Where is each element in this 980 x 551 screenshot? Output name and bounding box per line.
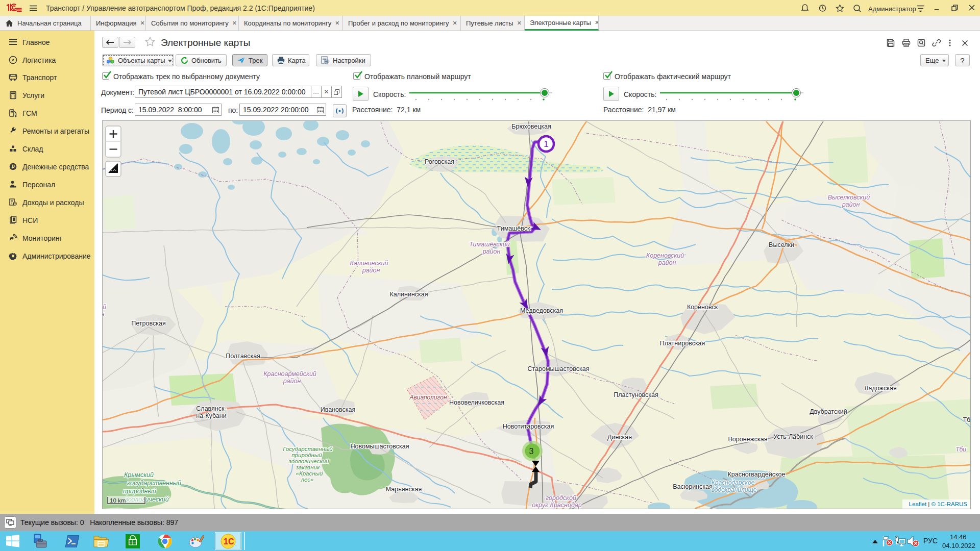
svg-text:Красноармейский: Красноармейский — [263, 370, 316, 378]
svg-text:Выселки: Выселки — [769, 241, 794, 248]
svg-text:Марьянская: Марьянская — [386, 486, 422, 493]
svg-text:Крымский: Крымский — [124, 471, 154, 479]
svg-text:Калининский: Калининский — [350, 260, 388, 267]
svg-text:район: район — [658, 259, 676, 266]
svg-text:Двубратский: Двубратский — [810, 408, 847, 415]
svg-text:Авиаполигон: Авиаполигон — [409, 394, 447, 401]
svg-text:зоологический: зоологический — [288, 458, 329, 464]
svg-text:3: 3 — [529, 447, 534, 456]
svg-text:Старомышастовская: Старомышастовская — [527, 365, 589, 372]
svg-text:ий: ий — [103, 304, 106, 311]
svg-text:10 km: 10 km — [110, 497, 126, 504]
svg-text:Славянск-: Славянск- — [196, 405, 226, 412]
svg-text:Выселковский: Выселковский — [828, 194, 870, 201]
svg-text:на-Кубани: на-Кубани — [196, 412, 226, 419]
svg-text:Нововеличковская: Нововеличковская — [449, 399, 504, 406]
svg-text:Платнировская: Платнировская — [660, 340, 705, 347]
svg-text:Государственный: Государственный — [283, 446, 333, 452]
svg-text:Воронежская: Воронежская — [728, 436, 768, 443]
svg-text:район: район — [842, 201, 860, 208]
svg-text:Краснодарское: Краснодарское — [712, 479, 755, 486]
svg-text:Тимашёвский: Тимашёвский — [469, 241, 509, 248]
svg-text:₽: ₽ — [14, 202, 16, 206]
svg-text:Новомышастовская: Новомышастовская — [351, 443, 409, 450]
svg-text:Тби: Тби — [955, 446, 966, 453]
svg-text:Ивановская: Ивановская — [321, 406, 356, 413]
svg-text:Калининская: Калининская — [389, 291, 428, 298]
svg-text:Новотитаровская: Новотитаровская — [503, 423, 554, 430]
svg-text:район: район — [482, 248, 501, 255]
svg-text:район: район — [283, 378, 301, 385]
svg-text:Тб: Тб — [963, 416, 970, 423]
svg-text:Leaflet | © 1C-RARUS: Leaflet | © 1C-RARUS — [909, 501, 968, 507]
svg-text:городской: городской — [546, 494, 576, 502]
svg-text:Ладожская: Ладожская — [864, 385, 896, 392]
svg-text:государственный: государственный — [127, 480, 181, 487]
svg-text:водохранилище: водохранилище — [712, 486, 757, 493]
svg-text:Полтавская: Полтавская — [226, 353, 260, 360]
svg-text:₽: ₽ — [12, 164, 15, 169]
svg-text:1: 1 — [544, 139, 548, 149]
svg-text:Брюховецкая: Брюховецкая — [511, 123, 551, 130]
svg-text:район: район — [362, 267, 380, 274]
svg-text:природный: природный — [123, 488, 156, 495]
svg-text:Васюринская: Васюринская — [673, 483, 712, 490]
svg-text:Кореновск: Кореновск — [687, 304, 718, 311]
svg-text:1С: 1С — [224, 537, 234, 546]
svg-text:Красногвардейское: Красногвардейское — [728, 471, 786, 478]
svg-text:Пластуновская: Пластуновская — [614, 391, 658, 398]
svg-text:заказник: заказник — [296, 464, 320, 470]
svg-text:н: н — [103, 311, 105, 318]
svg-text:Петровская: Петровская — [131, 320, 165, 327]
svg-text:Кореновский: Кореновский — [646, 252, 684, 259]
svg-text:Динская: Динская — [607, 434, 632, 441]
svg-text:лес»: лес» — [301, 477, 314, 483]
svg-text:Усть-Лабинск: Усть-Лабинск — [773, 433, 813, 440]
svg-text:Медведовская: Медведовская — [520, 307, 563, 314]
svg-text:«Красный: «Красный — [296, 470, 324, 477]
svg-text:Тимашёвск: Тимашёвск — [497, 225, 530, 232]
svg-text:природный: природный — [291, 452, 322, 458]
svg-text:Роговская: Роговская — [425, 158, 454, 165]
svg-text:округ Краснодар: округ Краснодар — [532, 502, 581, 509]
